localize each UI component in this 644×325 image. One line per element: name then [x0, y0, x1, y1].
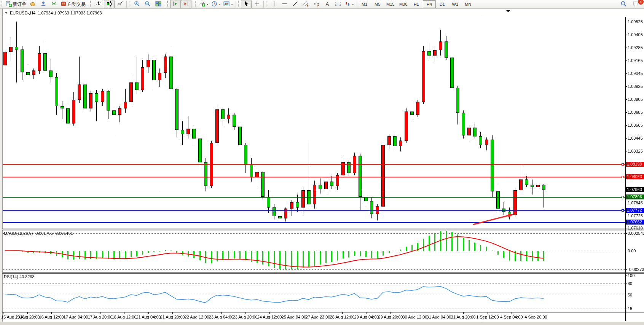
indicators-button[interactable]: ▼	[198, 0, 210, 8]
time-axis-label: 1 Sep 12:00	[476, 315, 499, 319]
text-label-button[interactable]: T	[333, 0, 343, 8]
timeframe-m30-button[interactable]: M30	[397, 0, 410, 8]
toolbar-grip	[195, 1, 197, 7]
vertical-line-button[interactable]	[269, 0, 279, 8]
macd-scale-label: 0.002543	[628, 231, 644, 236]
line-chart-button[interactable]	[115, 0, 125, 8]
equidistant-channel-button[interactable]: E	[301, 0, 311, 8]
fibonacci-button[interactable]: F	[311, 0, 322, 8]
price-tick-label: 1.09525	[628, 19, 643, 24]
symbol-period-label: EURUSD-,H4	[10, 11, 35, 15]
notifications-button[interactable]: 1	[630, 0, 641, 8]
timeframe-m15-button[interactable]: M15	[384, 0, 397, 8]
fibonacci-icon: F	[314, 1, 320, 8]
time-axis-label: 23 Aug 04:00	[209, 315, 234, 319]
templates-icon	[223, 1, 230, 8]
time-axis-label: 15 Aug 20:00	[15, 315, 40, 319]
signals-button[interactable]	[49, 0, 59, 8]
templates-dropdown-icon[interactable]: ▼	[231, 3, 233, 6]
market-watch-button[interactable]	[38, 0, 49, 8]
toolbar-separator	[126, 1, 127, 8]
quote-ohlc-label: 1.07934 1.07963 1.07933 1.07963	[38, 11, 102, 15]
line-chart-icon	[117, 1, 123, 8]
trendline-button[interactable]	[290, 0, 301, 8]
zoom-out-icon	[145, 1, 151, 8]
notification-badge: 1	[638, 0, 644, 5]
time-axis-label: 31 Aug 20:00	[451, 315, 476, 319]
rsi-indicator-label: RSI(14) 40.8298	[4, 274, 35, 279]
chart-shift-button[interactable]	[181, 0, 191, 8]
auto-trading-button[interactable]: 自动交易	[59, 0, 87, 8]
timeframe-m1-button[interactable]: M1	[358, 0, 371, 8]
mt4-window: 新订单自动交易▼▼▼EFAT▼M1M5M15M30H1H4D1W1MN1 ▼ E…	[0, 0, 644, 325]
periods-button[interactable]: ▼	[210, 0, 222, 8]
toolbar-separator	[357, 1, 357, 8]
arrow-objects-dropdown-icon[interactable]: ▼	[352, 3, 354, 6]
zoom-in-button[interactable]	[132, 0, 142, 8]
arrow-objects-button[interactable]: ▼	[343, 0, 355, 8]
toolbar-grip	[167, 1, 169, 7]
time-axis-label: 4 Sep 20:00	[524, 315, 547, 319]
time-axis-label: 21 Aug 20:00	[160, 315, 185, 319]
horizontal-line-button[interactable]	[279, 0, 290, 8]
crosshair-button[interactable]	[252, 0, 262, 8]
periods-icon	[211, 1, 217, 8]
periods-dropdown-icon[interactable]: ▼	[218, 3, 221, 6]
timeframe-d1-button[interactable]: D1	[436, 0, 449, 8]
new-order-label: 新订单	[13, 1, 26, 8]
bar-chart-icon	[96, 1, 102, 8]
trendline-icon	[292, 1, 298, 8]
auto-scroll-button[interactable]	[170, 0, 181, 8]
rsi-level-label: 50	[628, 293, 632, 297]
toolbar-grip	[266, 1, 268, 7]
toolbar-separator	[88, 1, 88, 8]
time-axis-label: 29 Aug 04:00	[354, 315, 379, 319]
cursor-button[interactable]	[241, 0, 252, 8]
time-axis-label: 23 Aug 20:00	[233, 315, 258, 319]
horizontal-line-icon	[282, 1, 288, 8]
time-axis-label: 27 Aug 23:00	[306, 315, 330, 319]
price-tick-label: 1.08805	[628, 97, 643, 102]
toolbar-grip	[2, 1, 4, 7]
price-tick-label: 1.08925	[628, 84, 643, 89]
svg-text:E: E	[307, 4, 309, 7]
timeframe-h1-button[interactable]: H1	[410, 0, 423, 8]
toolbar-grip	[90, 1, 92, 7]
macd-scale-label: 0.00	[628, 249, 636, 253]
zoom-out-button[interactable]	[142, 0, 153, 8]
chart-canvas[interactable]	[0, 9, 644, 325]
price-tick-label: 1.07610	[628, 226, 643, 230]
price-tick-label: 1.09045	[628, 71, 643, 76]
new-order-icon	[6, 1, 12, 8]
indicators-dropdown-icon[interactable]: ▼	[206, 3, 209, 6]
rsi-level-label: 80	[628, 281, 632, 286]
time-axis-label: 30 Aug 12:00	[403, 315, 427, 319]
toolbar-grip	[238, 1, 240, 7]
macd-scale-label: -0.002733	[628, 267, 644, 272]
timeframe-w1-button[interactable]: W1	[449, 0, 462, 8]
toolbar-grip	[129, 1, 131, 7]
price-tag-1.08199: 1.08199	[626, 162, 644, 167]
toolbar-separator	[193, 1, 193, 8]
templates-button[interactable]: ▼	[222, 0, 234, 8]
price-tag-1.07963: 1.07963	[626, 187, 644, 192]
tile-windows-icon	[155, 1, 161, 8]
auto-trading-icon	[61, 1, 67, 8]
cursor-icon	[243, 1, 249, 8]
text-icon: A	[324, 1, 330, 8]
chart-profiles-button[interactable]	[27, 0, 38, 8]
auto-scroll-icon	[172, 1, 179, 8]
timeframe-h4-button[interactable]: H4	[423, 0, 436, 8]
main-toolbar: 新订单自动交易▼▼▼EFAT▼M1M5M15M30H1H4D1W1MN1	[0, 0, 644, 9]
timeframe-mn-button[interactable]: MN	[462, 0, 475, 8]
candlestick-chart-button[interactable]	[104, 0, 115, 8]
chart-collapse-icon[interactable]: ▼	[5, 11, 8, 15]
text-button[interactable]: A	[322, 0, 333, 8]
tile-windows-button[interactable]	[153, 0, 164, 8]
time-axis-label: 25 Aug 04:00	[282, 315, 306, 319]
timeframe-m5-button[interactable]: M5	[371, 0, 384, 8]
bar-chart-button[interactable]	[93, 0, 104, 8]
price-tick-label: 1.08685	[628, 110, 643, 115]
search-button[interactable]	[618, 0, 629, 8]
new-order-button[interactable]: 新订单	[5, 0, 27, 8]
